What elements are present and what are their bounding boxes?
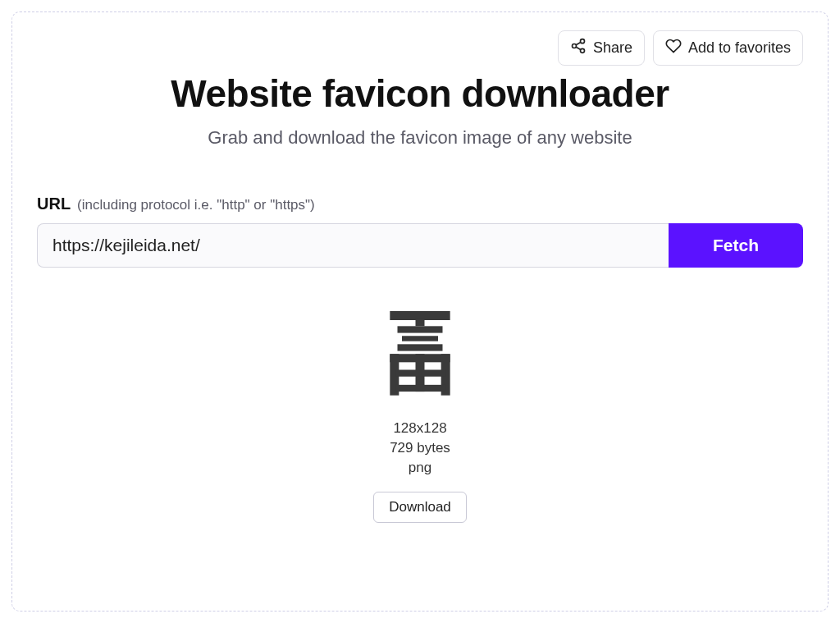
page-subtitle: Grab and download the favicon image of a… bbox=[37, 127, 803, 149]
svg-line-3 bbox=[576, 42, 581, 44]
favicon-meta: 128x128 729 bytes png bbox=[390, 419, 450, 477]
url-form: URL (including protocol i.e. "http" or "… bbox=[37, 195, 803, 268]
favicon-dimensions: 128x128 bbox=[390, 419, 450, 438]
favicon-icon bbox=[379, 311, 461, 405]
url-input[interactable] bbox=[37, 223, 669, 268]
svg-rect-6 bbox=[416, 318, 425, 326]
share-label: Share bbox=[593, 39, 632, 57]
svg-rect-9 bbox=[398, 344, 443, 350]
favorite-label: Add to favorites bbox=[688, 39, 791, 57]
url-hint: (including protocol i.e. "http" or "http… bbox=[77, 197, 315, 213]
top-actions: Share Add to favorites bbox=[558, 30, 803, 66]
hero: Website favicon downloader Grab and down… bbox=[37, 71, 803, 149]
favicon-format: png bbox=[390, 458, 450, 478]
url-label: URL bbox=[37, 195, 71, 213]
svg-line-4 bbox=[576, 47, 581, 49]
page-title: Website favicon downloader bbox=[37, 71, 803, 116]
result-section: 128x128 729 bytes png Download bbox=[37, 305, 803, 523]
url-input-row: Fetch bbox=[37, 223, 803, 268]
svg-point-0 bbox=[580, 39, 584, 44]
svg-point-2 bbox=[580, 48, 584, 53]
svg-rect-7 bbox=[398, 326, 443, 332]
url-label-row: URL (including protocol i.e. "http" or "… bbox=[37, 195, 803, 213]
favicon-size: 729 bytes bbox=[390, 438, 450, 458]
svg-rect-8 bbox=[402, 336, 438, 341]
share-icon bbox=[570, 38, 587, 58]
svg-rect-15 bbox=[396, 385, 446, 392]
download-button[interactable]: Download bbox=[373, 492, 467, 523]
favorite-button[interactable]: Add to favorites bbox=[653, 30, 803, 66]
tool-card: Share Add to favorites Website favicon d… bbox=[11, 11, 829, 612]
svg-point-1 bbox=[572, 44, 576, 48]
fetch-button[interactable]: Fetch bbox=[669, 223, 803, 268]
share-button[interactable]: Share bbox=[558, 30, 645, 66]
heart-icon bbox=[665, 38, 682, 58]
favicon-preview bbox=[368, 305, 472, 410]
svg-rect-14 bbox=[396, 370, 446, 377]
